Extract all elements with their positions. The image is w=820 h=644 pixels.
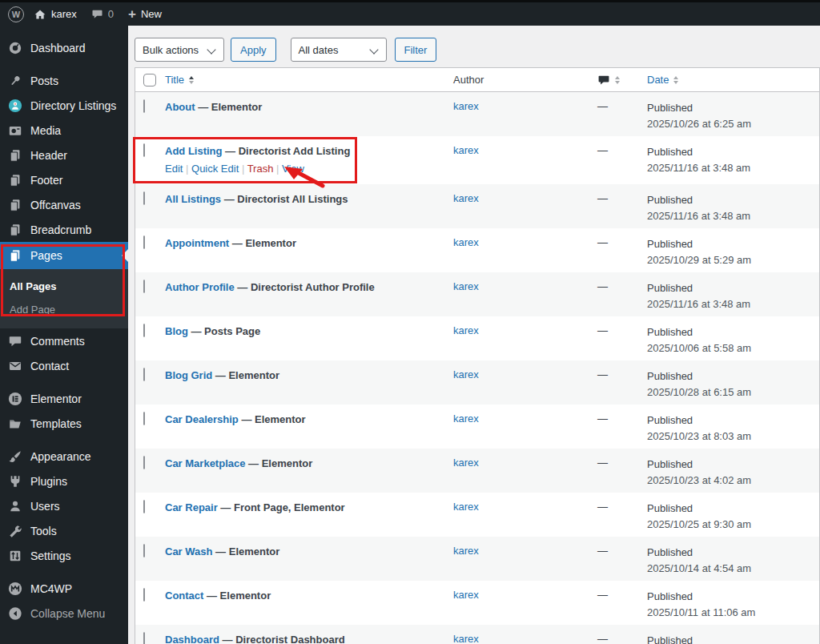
header-checkbox-cell bbox=[135, 68, 165, 91]
row-checkbox[interactable] bbox=[143, 324, 145, 337]
submenu-item-add-page[interactable]: Add Page bbox=[0, 298, 128, 321]
author-link[interactable]: karex bbox=[453, 413, 479, 425]
sidebar-item-contact[interactable]: Contact bbox=[0, 353, 128, 378]
sidebar-item-pages[interactable]: Pages bbox=[0, 242, 128, 269]
sidebar-item-appearance[interactable]: Appearance bbox=[0, 444, 128, 469]
row-checkbox[interactable] bbox=[143, 500, 145, 513]
author-link[interactable]: karex bbox=[453, 280, 479, 292]
comments-shortcut[interactable]: 0 bbox=[91, 8, 114, 20]
page-title-link[interactable]: Car Wash bbox=[165, 545, 212, 557]
page-title-link[interactable]: Blog Grid bbox=[165, 369, 212, 381]
row-checkbox[interactable] bbox=[143, 99, 145, 113]
row-checkbox[interactable] bbox=[143, 588, 145, 602]
site-link[interactable]: karex bbox=[34, 8, 77, 21]
row-checkbox[interactable] bbox=[143, 143, 145, 157]
sidebar-item-breadcrumb[interactable]: Breadcrumb bbox=[0, 217, 128, 242]
sidebar-item-users[interactable]: Users bbox=[0, 493, 128, 518]
author-link[interactable]: karex bbox=[453, 545, 479, 557]
edit-action-link[interactable]: Edit bbox=[165, 163, 183, 175]
wordpress-menu[interactable]: W bbox=[8, 6, 24, 22]
sidebar-item-footer[interactable]: Footer bbox=[0, 167, 128, 192]
page-title-link[interactable]: Dashboard bbox=[165, 634, 219, 644]
filter-button[interactable]: Filter bbox=[395, 38, 437, 62]
sidebar-item-label: Breadcrumb bbox=[30, 223, 91, 236]
new-label[interactable]: New bbox=[141, 8, 162, 20]
date-cell: Published2025/10/26 at 6:25 am bbox=[647, 92, 819, 136]
comments-sort-arrows-icon[interactable] bbox=[615, 76, 620, 84]
trash-action-link[interactable]: Trash bbox=[247, 163, 274, 175]
select-all-checkbox[interactable] bbox=[143, 74, 156, 87]
sidebar-item-directory-listings[interactable]: Directory Listings bbox=[0, 93, 128, 118]
pages-icon bbox=[7, 248, 22, 264]
sidebar-item-tools[interactable]: Tools bbox=[0, 518, 128, 543]
page-title-link[interactable]: Car Repair bbox=[165, 501, 218, 513]
author-link[interactable]: karex bbox=[453, 324, 479, 336]
page-title-link[interactable]: Car Dealership bbox=[165, 413, 239, 425]
sidebar-item-plugins[interactable]: Plugins bbox=[0, 469, 128, 493]
author-link[interactable]: karex bbox=[453, 144, 479, 156]
publish-date: 2025/10/11 at 11:06 am bbox=[647, 605, 819, 621]
site-name[interactable]: karex bbox=[51, 8, 77, 20]
author-link[interactable]: karex bbox=[453, 589, 479, 601]
author-link[interactable]: karex bbox=[453, 633, 479, 644]
author-link[interactable]: karex bbox=[453, 192, 479, 204]
page-title-link[interactable]: All Listings bbox=[165, 193, 221, 205]
publish-date: 2025/10/14 at 4:54 am bbox=[647, 561, 819, 577]
author-cell: karex bbox=[453, 360, 597, 405]
row-checkbox[interactable] bbox=[143, 544, 145, 557]
row-checkbox[interactable] bbox=[143, 191, 145, 205]
author-link[interactable]: karex bbox=[453, 368, 479, 380]
sort-by-date-link[interactable]: Date bbox=[647, 74, 669, 86]
author-link[interactable]: karex bbox=[453, 457, 479, 469]
page-title-link[interactable]: Car Marketplace bbox=[165, 457, 245, 469]
sidebar-item-settings[interactable]: Settings bbox=[0, 543, 128, 568]
dates-filter-select[interactable]: All dates bbox=[291, 38, 387, 62]
row-checkbox[interactable] bbox=[143, 456, 145, 469]
page-title-link[interactable]: Add Listing bbox=[165, 145, 223, 157]
submenu-item-all-pages[interactable]: All Pages bbox=[0, 275, 128, 298]
sidebar-item-dashboard[interactable]: Dashboard bbox=[0, 35, 128, 60]
author-link[interactable]: karex bbox=[453, 501, 479, 513]
table-row: Contact — Elementorkarex—Published2025/1… bbox=[135, 581, 819, 625]
sidebar-item-media[interactable]: Media bbox=[0, 118, 128, 143]
page-title-link[interactable]: Contact bbox=[165, 590, 203, 602]
author-link[interactable]: karex bbox=[453, 100, 479, 112]
page-title-link[interactable]: About bbox=[165, 101, 195, 113]
row-actions: Edit | Quick Edit | Trash | View bbox=[165, 162, 453, 177]
menu-separator bbox=[0, 568, 128, 576]
author-link[interactable]: karex bbox=[453, 236, 479, 248]
page-title-link[interactable]: Appointment bbox=[165, 237, 229, 249]
status-label: Published bbox=[647, 192, 819, 208]
sidebar-item-templates[interactable]: Templates bbox=[0, 411, 128, 436]
bulk-actions-select[interactable]: Bulk actions bbox=[135, 38, 224, 62]
row-checkbox[interactable] bbox=[143, 235, 145, 249]
status-label: Published bbox=[647, 413, 819, 429]
quick-edit-action-link[interactable]: Quick Edit bbox=[191, 163, 239, 175]
folder-icon bbox=[7, 416, 22, 431]
sidebar-item-elementor[interactable]: Elementor bbox=[0, 386, 128, 411]
date-sort-arrows-icon[interactable] bbox=[673, 76, 678, 84]
sidebar-item-offcanvas[interactable]: Offcanvas bbox=[0, 192, 128, 217]
sidebar-item-mc4wp[interactable]: MC4WP bbox=[0, 576, 128, 601]
table-row: Appointment — Elementorkarex—Published20… bbox=[135, 228, 819, 272]
comments-header-icon[interactable] bbox=[597, 74, 610, 87]
row-checkbox-cell bbox=[135, 405, 165, 449]
sidebar-item-collapse-menu[interactable]: Collapse Menu bbox=[0, 601, 128, 626]
apply-button[interactable]: Apply bbox=[231, 38, 276, 62]
row-checkbox[interactable] bbox=[143, 632, 145, 644]
sort-by-title-link[interactable]: Title bbox=[165, 74, 184, 86]
page-title-link[interactable]: Author Profile bbox=[165, 281, 235, 293]
sidebar-item-posts[interactable]: Posts bbox=[0, 68, 128, 93]
row-checkbox-cell bbox=[135, 625, 165, 644]
view-action-link[interactable]: View bbox=[282, 163, 304, 175]
sidebar-item-header[interactable]: Header bbox=[0, 143, 128, 167]
row-checkbox[interactable] bbox=[143, 368, 145, 381]
author-cell: karex bbox=[453, 405, 597, 449]
row-checkbox[interactable] bbox=[143, 280, 145, 293]
sidebar-item-comments[interactable]: Comments bbox=[0, 328, 128, 353]
title-sort-arrows-icon[interactable] bbox=[189, 76, 194, 84]
new-content-menu[interactable]: + New bbox=[128, 7, 162, 21]
sidebar-item-label: Pages bbox=[30, 249, 62, 262]
page-title-link[interactable]: Blog bbox=[165, 325, 188, 337]
row-checkbox[interactable] bbox=[143, 412, 145, 425]
